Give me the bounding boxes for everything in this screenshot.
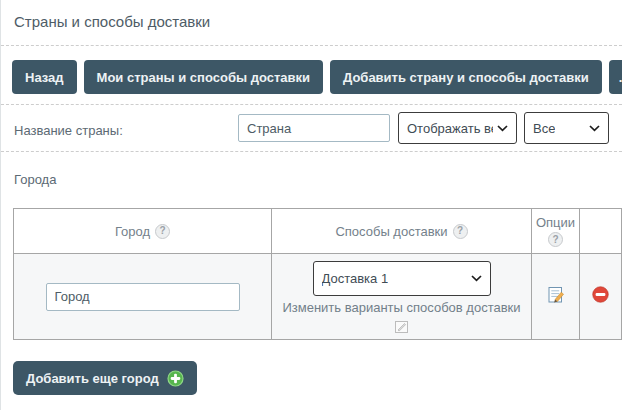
delivery-settings-page: Страны и способы доставки Назад Мои стра… — [0, 0, 622, 410]
edit-city-icon[interactable] — [547, 286, 565, 304]
help-icon[interactable]: ? — [453, 224, 468, 239]
more-button[interactable]: ... — [609, 60, 622, 94]
page-title: Страны и способы доставки — [1, 0, 622, 45]
chevron-down-icon — [589, 125, 600, 132]
add-country-button[interactable]: Добавить страну и способы доставки — [330, 60, 602, 94]
delivery-cell: Доставка 1 Изменить варианты способов до… — [272, 254, 532, 340]
chevron-down-icon — [471, 275, 482, 282]
help-icon[interactable]: ? — [548, 232, 563, 247]
country-name-input[interactable] — [238, 114, 390, 142]
city-cell — [14, 254, 272, 340]
separator — [1, 151, 622, 152]
delete-cell — [580, 254, 622, 340]
my-countries-button[interactable]: Мои страны и способы доставки — [84, 60, 323, 94]
display-mode-select[interactable]: Отображать ве — [398, 112, 517, 144]
delivery-method-select[interactable]: Доставка 1 — [313, 261, 491, 296]
header-row: Город ? Способы доставки ? Опции ? — [14, 209, 622, 254]
select-value: Доставка 1 — [322, 271, 389, 286]
column-header-city-label: Город — [115, 224, 150, 239]
country-filter-row: Название страны: Отображать ве Все — [1, 105, 622, 151]
plus-icon — [167, 370, 184, 387]
column-header-options-label: Опции — [536, 215, 575, 230]
edit-variants-label: Изменить варианты способов доставки — [282, 300, 520, 315]
city-row: Доставка 1 Изменить варианты способов до… — [14, 254, 622, 340]
city-name-input[interactable] — [46, 283, 240, 311]
cities-table: Город ? Способы доставки ? Опции ? — [13, 208, 622, 340]
delete-city-icon[interactable] — [592, 286, 609, 303]
select-value: Отображать ве — [407, 121, 493, 136]
column-header-empty — [580, 209, 622, 254]
help-icon[interactable]: ? — [155, 224, 170, 239]
select-value: Все — [533, 121, 555, 136]
column-header-delivery: Способы доставки ? — [272, 209, 532, 254]
chevron-down-icon — [497, 125, 508, 132]
country-name-label: Название страны: — [14, 119, 238, 138]
column-header-city: Город ? — [14, 209, 272, 254]
all-select[interactable]: Все — [524, 112, 609, 144]
add-city-button[interactable]: Добавить еще город — [13, 361, 197, 395]
options-cell — [532, 254, 580, 340]
add-city-button-label: Добавить еще город — [26, 371, 159, 386]
cities-section-label: Города — [14, 172, 622, 187]
back-button[interactable]: Назад — [12, 60, 77, 94]
column-header-delivery-label: Способы доставки — [335, 224, 447, 239]
edit-variants-icon[interactable] — [393, 318, 410, 335]
column-header-options: Опции ? — [532, 209, 580, 254]
toolbar: Назад Мои страны и способы доставки Доба… — [1, 46, 622, 104]
